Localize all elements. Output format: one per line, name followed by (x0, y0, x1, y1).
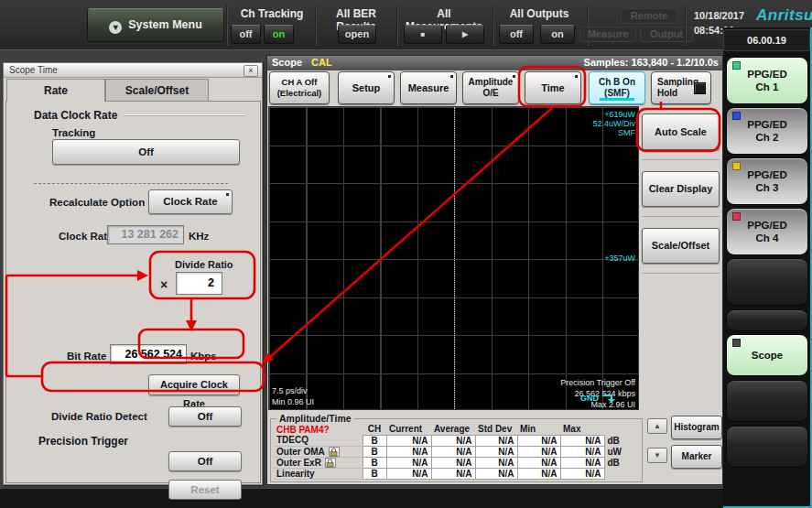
system-menu-down-icon: ▾ (109, 21, 122, 34)
measure-indicator: Measure (579, 27, 636, 42)
divider (226, 5, 228, 46)
all-outputs-label: All Outputs (497, 7, 581, 20)
dialog-body: Data Clock Rate Tracking Off Recalculate… (5, 101, 261, 483)
ch4-rate-badge-icon (732, 212, 741, 221)
anritsu-scope-app: ▾System Menu Ch Tracking off on All BER … (0, 0, 812, 508)
clock-rate-unit: KHz (189, 231, 209, 242)
precision-trigger-readout: Precision Trigger Off (560, 378, 635, 387)
table-row[interactable]: Outer OMA B N/A N/A N/A N/A N/A uW (274, 446, 630, 457)
system-menu-button[interactable]: ▾System Menu (87, 8, 224, 42)
scope-time-dialog: Scope Time × Rate Scale/Offset Data Cloc… (3, 62, 263, 485)
ch3-rate-badge-icon (732, 162, 741, 170)
vertical-scale-readout: 52.4uW/Div (592, 119, 635, 128)
tab-rate[interactable]: Rate (6, 79, 105, 102)
table-row[interactable]: Outer ExR B N/A N/A N/A N/A N/A dB (274, 457, 630, 468)
divider (642, 159, 720, 160)
data-clock-rate-heading: Data Clock Rate (34, 109, 117, 122)
sampling-hold-button[interactable]: SamplingHold (651, 71, 711, 104)
outputs-off-button[interactable]: off (499, 25, 534, 44)
ch-tracking-label: Ch Tracking (231, 7, 313, 20)
divide-ratio-label: Divide Ratio (175, 259, 233, 270)
tab-scale-offset[interactable]: Scale/Offset (105, 79, 209, 102)
table-row[interactable]: TDECQ B N/A N/A N/A N/A N/A dB (274, 435, 630, 446)
table-scroll-down-button[interactable]: ▼ (647, 448, 667, 463)
timebase-readout: 7.5 ps/div (272, 386, 308, 395)
vertical-offset-readout: +619uW (604, 110, 635, 119)
clock-rate-label: Clock Rate (59, 231, 113, 242)
amplitude-oe-button[interactable]: AmplitudeO/E (462, 71, 519, 104)
auto-scale-button[interactable]: Auto Scale (642, 113, 720, 150)
clear-display-button[interactable]: Clear Display (642, 171, 720, 207)
marker-button[interactable]: Marker (671, 445, 722, 469)
divider (124, 114, 244, 116)
sidebar-item-ppg-ed-ch2[interactable]: PPG/ED Ch 2 (726, 107, 808, 155)
clock-rate-field[interactable]: 13 281 262 (107, 225, 184, 244)
sidebar-item-ppg-ed-ch3[interactable]: PPG/ED Ch 3 (726, 157, 808, 205)
measure-button[interactable]: Measure (400, 71, 457, 104)
table-header-row: CHB PAM4? CH Current Average Std Dev Min… (274, 424, 630, 435)
acquire-clock-rate-button[interactable]: Acquire Clock Rate (148, 374, 240, 395)
divider (34, 183, 228, 184)
divider (642, 216, 720, 217)
scale-offset-button[interactable]: Scale/Offset (642, 228, 720, 264)
cal-status: CAL (311, 56, 332, 70)
system-menu-label: System Menu (128, 18, 202, 31)
ch-a-off-button[interactable]: CH A Off(Electrical) (269, 71, 330, 104)
scope-title-bar: Scope CAL Samples: 163,840 - 1.2/10.0s (267, 56, 722, 70)
recalculate-option-label: Recalculate Option (49, 197, 145, 208)
precision-trigger-reset-button[interactable]: Reset (168, 480, 242, 500)
ch-b-on-smf-button[interactable]: Ch B On(SMF) (589, 71, 645, 104)
bottom-bar (0, 488, 812, 508)
precision-trigger-heading: Precision Trigger (38, 435, 128, 448)
outputs-on-button[interactable]: on (540, 25, 575, 44)
date-label: 10/18/2017 (694, 10, 744, 21)
ch-tracking-on-button[interactable]: on (264, 25, 294, 44)
measurements-stop-button[interactable]: ■ (404, 25, 442, 44)
measurement-group-label: Amplitude/Time (276, 413, 354, 424)
fiber-type-readout: SMF (618, 128, 635, 137)
sidebar-empty-slot (726, 258, 808, 306)
recalculate-clock-rate-button[interactable]: Clock Rate (148, 189, 233, 214)
bit-rate-field[interactable]: 26 562 524 (110, 344, 187, 364)
waveform-display[interactable]: +619uW 52.4uW/Div SMF +357uW 7.5 ps/div … (268, 106, 639, 410)
sidebar-item-ppg-ed-ch1[interactable]: PPG/ED Ch 1 (726, 57, 808, 104)
close-icon[interactable]: × (244, 65, 258, 77)
divide-ratio-detect-off-button[interactable]: Off (168, 406, 242, 427)
channel-header: CHB PAM4? (274, 424, 363, 435)
table-scroll-up-button[interactable]: ▲ (647, 418, 667, 434)
lock-icon (325, 458, 336, 468)
divide-ratio-detect-label: Divide Ratio Detect (51, 411, 147, 422)
sidebar-empty-slot (726, 426, 808, 468)
sidebar-empty-slot (726, 309, 808, 331)
measurements-start-button[interactable]: ▶ (446, 25, 484, 44)
setup-button[interactable]: Setup (338, 71, 395, 104)
ch-tracking-off-button[interactable]: off (231, 25, 261, 44)
sidebar-empty-slot (726, 380, 808, 422)
sidebar-item-scope[interactable]: Scope (726, 334, 808, 376)
bit-rate-label: Bit Rate (67, 351, 106, 362)
divide-ratio-field[interactable]: 2 (176, 272, 222, 295)
time-button[interactable]: Time (525, 71, 581, 104)
gnd-arrow-icon (601, 393, 618, 404)
ch1-rate-badge-icon (732, 61, 741, 70)
software-version: 06.00.19 (723, 29, 810, 51)
histogram-button[interactable]: Histogram (671, 416, 722, 439)
stop-icon: ■ (421, 30, 426, 38)
tracking-off-button[interactable]: Off (52, 139, 240, 165)
sidebar-item-ppg-ed-ch4[interactable]: PPG/ED Ch 4 (726, 208, 808, 255)
scope-badge-icon (732, 339, 741, 347)
precision-trigger-off-button[interactable]: Off (168, 451, 242, 471)
divider (493, 5, 494, 46)
remote-indicator: Remote (621, 8, 677, 24)
ber-open-button[interactable]: open (338, 25, 376, 44)
measurement-table: CHB PAM4? CH Current Average Std Dev Min… (274, 424, 630, 480)
dialog-title: Scope Time (4, 63, 262, 78)
right-function-sidebar: 06.00.19 PPG/ED Ch 1 PPG/ED Ch 2 PPG/ED … (723, 27, 812, 508)
play-icon: ▶ (462, 30, 468, 38)
anritsu-logo: Anritsu (756, 6, 812, 25)
sampling-hold-indicator-icon (694, 82, 706, 94)
scope-title: Scope (272, 56, 302, 70)
table-row[interactable]: Linearity B N/A N/A N/A N/A N/A (274, 468, 630, 479)
down-arrow-icon: ▼ (654, 451, 661, 459)
min-ui-readout: Min 0.96 UI (272, 397, 314, 406)
